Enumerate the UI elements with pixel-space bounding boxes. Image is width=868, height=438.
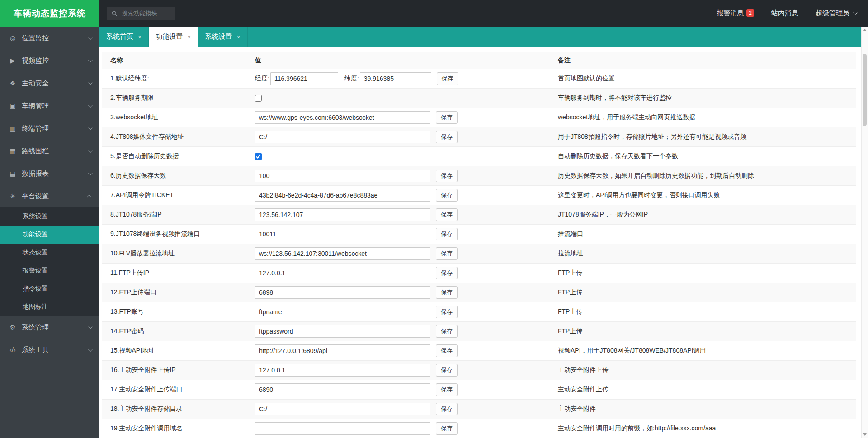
table-row: 13.FTP账号保存FTP上传 bbox=[102, 302, 856, 322]
column-header-note: 备注 bbox=[550, 52, 856, 69]
save-button[interactable]: 保存 bbox=[436, 267, 458, 279]
sidebar-subitem-alarm-settings[interactable]: 报警设置 bbox=[0, 262, 99, 280]
save-button[interactable]: 保存 bbox=[436, 286, 458, 299]
setting-input[interactable] bbox=[255, 170, 430, 182]
setting-name: 8.JT1078服务端IP bbox=[102, 205, 247, 225]
save-button[interactable]: 保存 bbox=[436, 383, 458, 396]
vehicle-management-icon: ▣ bbox=[8, 102, 17, 109]
setting-name: 7.API调用令牌TICKET bbox=[102, 186, 247, 205]
sidebar-submenu: 系统设置功能设置状态设置报警设置指令设置地图标注 bbox=[0, 207, 99, 316]
setting-name: 5.是否自动删除历史数据 bbox=[102, 147, 247, 166]
save-button[interactable]: 保存 bbox=[436, 228, 458, 240]
setting-checkbox[interactable] bbox=[255, 95, 262, 102]
system-management-icon: ⚙ bbox=[8, 324, 17, 331]
setting-input[interactable] bbox=[255, 306, 430, 318]
sidebar-item-platform-settings[interactable]: ✳平台设置 bbox=[0, 185, 99, 207]
setting-input[interactable] bbox=[255, 247, 430, 260]
save-button[interactable]: 保存 bbox=[436, 344, 458, 357]
sidebar-item-active-safety[interactable]: ❖主动安全 bbox=[0, 72, 99, 94]
tab-system-settings[interactable]: 系统设置× bbox=[198, 27, 247, 47]
scrollbar[interactable] bbox=[861, 27, 868, 438]
tab-label: 功能设置 bbox=[156, 33, 183, 41]
site-messages-link[interactable]: 站内消息 bbox=[771, 9, 798, 18]
latitude-input[interactable] bbox=[360, 72, 431, 85]
save-button[interactable]: 保存 bbox=[436, 111, 458, 124]
tab-function-settings[interactable]: 功能设置× bbox=[149, 27, 198, 47]
sidebar-subitem-label: 状态设置 bbox=[23, 249, 48, 257]
chevron-down-icon bbox=[88, 126, 93, 130]
sidebar-item-system-tools[interactable]: ‹/›系统工具 bbox=[0, 339, 99, 361]
chevron-down-icon bbox=[88, 171, 93, 175]
sidebar-item-route-fence[interactable]: ▦路线围栏 bbox=[0, 140, 99, 162]
save-button[interactable]: 保存 bbox=[436, 247, 458, 260]
save-button[interactable]: 保存 bbox=[436, 364, 458, 377]
scrollbar-thumb[interactable] bbox=[863, 54, 867, 126]
setting-name: 14.FTP密码 bbox=[102, 322, 247, 341]
user-menu[interactable]: 超级管理员 bbox=[816, 9, 856, 18]
sidebar-subitem-command-settings[interactable]: 指令设置 bbox=[0, 280, 99, 298]
sidebar-item-label: 平台设置 bbox=[22, 192, 88, 201]
search-input[interactable] bbox=[121, 9, 171, 17]
setting-input[interactable] bbox=[255, 189, 430, 202]
setting-input[interactable] bbox=[255, 344, 430, 357]
sidebar-item-system-management[interactable]: ⚙系统管理 bbox=[0, 316, 99, 339]
alarm-messages-link[interactable]: 报警消息 2 bbox=[717, 9, 754, 18]
setting-input[interactable] bbox=[255, 131, 430, 143]
setting-value-cell: 保存 bbox=[247, 264, 550, 283]
scroll-down-arrow-icon[interactable] bbox=[863, 433, 867, 436]
setting-checkbox[interactable] bbox=[255, 153, 262, 160]
sidebar-subitem-system-settings[interactable]: 系统设置 bbox=[0, 207, 99, 226]
user-name: 超级管理员 bbox=[816, 9, 849, 18]
save-button[interactable]: 保存 bbox=[436, 170, 458, 182]
save-button[interactable]: 保存 bbox=[437, 72, 458, 85]
close-icon[interactable]: × bbox=[236, 34, 240, 40]
sidebar-item-terminal-management[interactable]: ▥终端管理 bbox=[0, 117, 99, 140]
app-root: 车辆动态监控系统 ◎位置监控▶视频监控❖主动安全▣车辆管理▥终端管理▦路线围栏▤… bbox=[0, 0, 868, 438]
sidebar-item-vehicle-management[interactable]: ▣车辆管理 bbox=[0, 94, 99, 117]
setting-input[interactable] bbox=[255, 403, 430, 415]
save-button[interactable]: 保存 bbox=[436, 325, 458, 338]
setting-input[interactable] bbox=[255, 267, 430, 279]
setting-value-cell bbox=[247, 89, 550, 108]
setting-input[interactable] bbox=[255, 325, 430, 338]
sidebar-subitem-status-settings[interactable]: 状态设置 bbox=[0, 244, 99, 262]
setting-input[interactable] bbox=[255, 422, 430, 435]
setting-input[interactable] bbox=[255, 383, 430, 396]
chevron-down-icon bbox=[88, 58, 93, 62]
table-header-row: 名称 值 备注 bbox=[102, 52, 856, 69]
setting-value-cell: 保存 bbox=[247, 127, 550, 147]
setting-input[interactable] bbox=[255, 286, 430, 299]
setting-note: websocket地址，用于服务端主动向网页推送数据 bbox=[550, 108, 856, 127]
tab-home[interactable]: 系统首页× bbox=[99, 27, 149, 47]
table-row: 11.FTP上传IP保存FTP上传 bbox=[102, 264, 856, 283]
setting-name: 17.主动安全附件上传端口 bbox=[102, 380, 247, 400]
scroll-up-arrow-icon[interactable] bbox=[863, 29, 867, 31]
save-button[interactable]: 保存 bbox=[436, 403, 458, 415]
save-button[interactable]: 保存 bbox=[436, 208, 458, 221]
save-button[interactable]: 保存 bbox=[436, 131, 458, 143]
setting-input[interactable] bbox=[255, 111, 430, 124]
setting-input[interactable] bbox=[255, 364, 430, 377]
save-button[interactable]: 保存 bbox=[436, 189, 458, 202]
sidebar-item-location-monitoring[interactable]: ◎位置监控 bbox=[0, 27, 99, 49]
sidebar-item-label: 系统管理 bbox=[22, 323, 88, 332]
sidebar-subitem-function-settings[interactable]: 功能设置 bbox=[0, 226, 99, 244]
setting-note: 主动安全附件 bbox=[550, 400, 856, 419]
sidebar-item-data-reports[interactable]: ▤数据报表 bbox=[0, 162, 99, 185]
save-button[interactable]: 保存 bbox=[436, 306, 458, 318]
longitude-input[interactable] bbox=[270, 72, 338, 85]
save-button[interactable]: 保存 bbox=[436, 422, 458, 435]
close-icon[interactable]: × bbox=[187, 34, 191, 40]
close-icon[interactable]: × bbox=[138, 34, 142, 40]
sidebar-item-label: 位置监控 bbox=[22, 34, 88, 42]
setting-note: 用于JT808拍照指令时，存储照片地址；另外还有可能是视频或音频 bbox=[550, 127, 856, 147]
search-box[interactable] bbox=[107, 7, 175, 20]
setting-name: 11.FTP上传IP bbox=[102, 264, 247, 283]
setting-input[interactable] bbox=[255, 208, 430, 221]
table-row: 19.主动安全附件调用域名保存主动安全附件调用时用的前缀，如:http://fi… bbox=[102, 419, 856, 438]
setting-input[interactable] bbox=[255, 228, 430, 240]
sidebar-item-video-monitoring[interactable]: ▶视频监控 bbox=[0, 49, 99, 72]
table-row: 14.FTP密码保存FTP上传 bbox=[102, 322, 856, 341]
sidebar-subitem-map-annotation[interactable]: 地图标注 bbox=[0, 298, 99, 316]
setting-name: 9.JT1078终端设备视频推流端口 bbox=[102, 225, 247, 244]
